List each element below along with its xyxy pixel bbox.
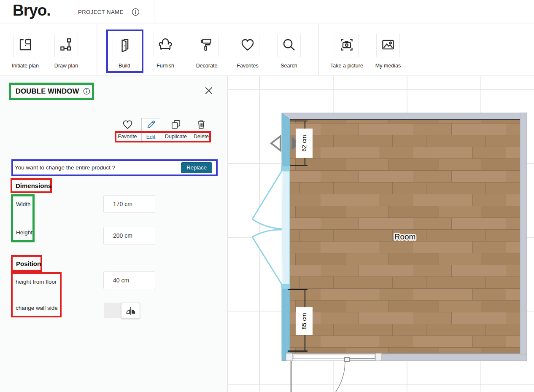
width-input[interactable]: 170 cm bbox=[103, 195, 155, 213]
panel-title: DOUBLE WINDOW bbox=[16, 87, 79, 95]
project-name-label: PROJECT NAME bbox=[78, 9, 124, 15]
delete-label: Delete bbox=[189, 134, 213, 140]
toolbar-label: My medias bbox=[367, 63, 409, 69]
favorite-button[interactable]: Favorite bbox=[116, 119, 139, 141]
replace-question: You want to change the entire product ? bbox=[15, 161, 115, 175]
app-logo: Bryo. bbox=[13, 2, 51, 19]
duplicate-label: Duplicate bbox=[162, 134, 189, 140]
plan-canvas[interactable]: 62 cm 85 cm bbox=[228, 76, 534, 392]
polyline-nodes-icon bbox=[59, 37, 74, 54]
header-divider bbox=[154, 0, 154, 24]
annotation-width-height-highlight: Width Height bbox=[11, 194, 35, 242]
heart-icon bbox=[116, 119, 139, 131]
armchair-icon bbox=[158, 37, 173, 54]
camera-icon bbox=[339, 37, 354, 54]
dimensions-heading: Dimensions bbox=[16, 182, 51, 189]
toolbar-label: Decorate bbox=[186, 63, 228, 69]
toolbar-divider bbox=[97, 24, 97, 76]
toolbar-label: Search bbox=[268, 63, 310, 69]
duplicate-button[interactable]: Duplicate bbox=[162, 119, 189, 141]
info-icon[interactable] bbox=[83, 88, 90, 95]
toolbar-label: Initiate plan bbox=[4, 63, 46, 69]
magnifier-icon bbox=[281, 37, 297, 54]
flip-horizontal-icon[interactable] bbox=[121, 303, 140, 319]
door-element[interactable] bbox=[286, 353, 382, 392]
move-left-arrow-icon[interactable] bbox=[271, 136, 280, 150]
toolbar-item-my-medias[interactable]: My medias bbox=[367, 34, 409, 69]
height-from-floor-input[interactable]: 40 cm bbox=[103, 271, 155, 289]
toolbar-item-decorate[interactable]: Decorate bbox=[186, 34, 228, 69]
toolbar-label: Take a picture bbox=[326, 63, 368, 69]
duplicate-icon bbox=[162, 119, 189, 131]
room-label: Room bbox=[394, 232, 416, 241]
trash-icon bbox=[189, 119, 213, 131]
door-icon bbox=[117, 37, 132, 54]
info-icon[interactable] bbox=[132, 8, 140, 16]
paint-roller-icon bbox=[199, 37, 214, 54]
toolbar-divider bbox=[318, 24, 319, 76]
toolbar-label: Favorites bbox=[227, 63, 269, 69]
window-sash-bottom bbox=[252, 230, 283, 286]
pencil-icon bbox=[142, 119, 160, 131]
replace-button[interactable]: Replace bbox=[181, 162, 212, 173]
window-sash-top bbox=[252, 169, 283, 229]
main-toolbar: Initiate plan Draw plan Build bbox=[0, 24, 534, 76]
toolbar-item-search[interactable]: Search bbox=[268, 34, 310, 69]
toolbar-item-favorites[interactable]: Favorites bbox=[227, 34, 269, 69]
height-input[interactable]: 200 cm bbox=[103, 227, 155, 244]
change-wall-side-toggle[interactable] bbox=[104, 303, 139, 318]
floorplan-icon bbox=[18, 37, 33, 54]
edit-label: Edit bbox=[142, 134, 160, 140]
toolbar-item-furnish[interactable]: Furnish bbox=[144, 34, 186, 69]
delete-button[interactable]: Delete bbox=[189, 119, 213, 141]
change-wall-side-label: change wall side bbox=[16, 305, 60, 311]
height-label: Height bbox=[16, 229, 32, 236]
edit-button[interactable]: Edit bbox=[141, 118, 160, 143]
favorite-label: Favorite bbox=[116, 134, 139, 140]
toolbar-item-draw-plan[interactable]: Draw plan bbox=[45, 34, 87, 69]
toolbar-label: Draw plan bbox=[45, 63, 87, 69]
annotation-title-highlight: DOUBLE WINDOW bbox=[9, 83, 94, 100]
close-icon[interactable] bbox=[204, 86, 214, 96]
toolbar-label: Furnish bbox=[144, 63, 186, 69]
dimension-label-bottom: 85 cm bbox=[301, 313, 307, 330]
toolbar-item-take-a-picture[interactable]: Take a picture bbox=[326, 34, 368, 69]
toolbar-label: Build bbox=[103, 63, 146, 69]
annotation-position-labels-highlight: height from floor change wall side bbox=[11, 272, 62, 317]
width-label: Width bbox=[16, 201, 32, 207]
door-swing-arc bbox=[291, 362, 345, 392]
double-window-element[interactable] bbox=[252, 166, 290, 289]
toolbar-item-build[interactable]: Build bbox=[103, 34, 146, 69]
picture-icon bbox=[380, 37, 396, 54]
annotation-dimensions-highlight: Dimensions bbox=[11, 178, 52, 193]
top-bar: Bryo. PROJECT NAME bbox=[0, 0, 534, 24]
height-from-floor-label: height from floor bbox=[16, 279, 60, 285]
element-properties-panel: DOUBLE WINDOW Favorite Edit bbox=[0, 76, 228, 392]
position-heading: Position bbox=[16, 260, 41, 267]
heart-icon bbox=[240, 37, 255, 54]
floor-planner-app: { "header": { "logo": "Bryo.", "project_… bbox=[0, 0, 534, 392]
toolbar-item-initiate-plan[interactable]: Initiate plan bbox=[4, 34, 46, 69]
door-handle bbox=[345, 357, 349, 362]
annotation-position-highlight: Position bbox=[11, 255, 42, 272]
annotation-replace-highlight: You want to change the entire product ? … bbox=[11, 159, 218, 176]
dimension-label-top: 62 cm bbox=[301, 135, 307, 152]
